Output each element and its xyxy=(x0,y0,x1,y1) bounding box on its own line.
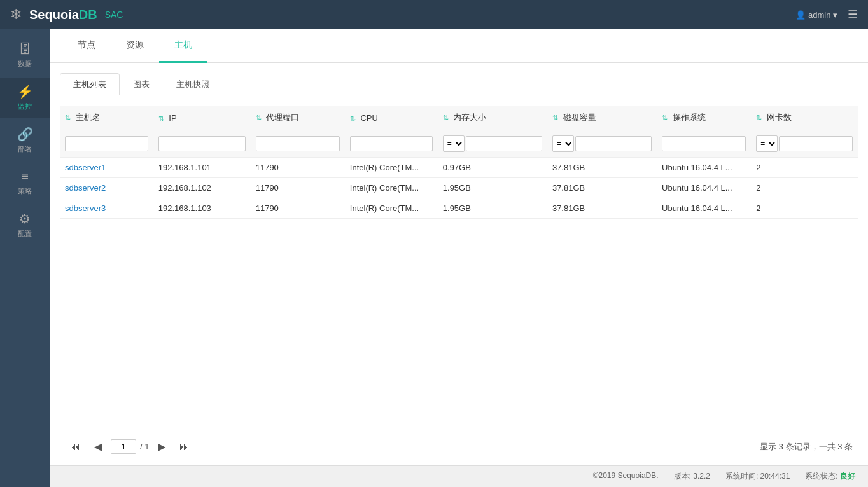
filter-cpu-input[interactable] xyxy=(350,136,433,151)
sidebar-item-data[interactable]: 🗄 数据 xyxy=(0,36,50,75)
col-header-os[interactable]: ⇅ 操作系统 xyxy=(657,106,751,130)
table-body: sdbserver1 192.168.1.101 11790 Intel(R) … xyxy=(60,158,858,219)
col-header-hostname[interactable]: ⇅ 主机名 xyxy=(60,106,153,130)
hamburger-icon[interactable]: ☰ xyxy=(848,8,858,22)
sidebar-label-config: 配置 xyxy=(18,229,32,238)
sidebar: 🗄 数据 ⚡ 监控 🔗 部署 ≡ 策略 ⚙ 配置 xyxy=(0,29,50,487)
sort-agent-icon: ⇅ xyxy=(256,114,262,121)
next-page-button[interactable]: ▶ xyxy=(153,438,171,455)
filter-hostname xyxy=(60,130,153,158)
col-label-os: 操作系统 xyxy=(673,113,706,122)
cell-cpu-2: Intel(R) Core(TM... xyxy=(345,198,438,219)
col-label-nic: 网卡数 xyxy=(767,113,792,122)
cell-ip-0: 192.168.1.101 xyxy=(153,158,251,178)
col-header-memory[interactable]: ⇅ 内存大小 xyxy=(438,106,547,130)
footer-status-label: 系统状态: xyxy=(805,472,837,481)
topbar: ❄ SequoiaDB SAC 👤 admin ▾ ☰ xyxy=(0,0,868,29)
col-label-disk: 磁盘容量 xyxy=(563,113,596,122)
sort-os-icon: ⇅ xyxy=(662,114,668,121)
filter-os-input[interactable] xyxy=(662,136,746,151)
prev-page-button[interactable]: ◀ xyxy=(89,438,107,455)
filter-memory-op[interactable]: =≠>< xyxy=(443,135,465,152)
data-icon: 🗄 xyxy=(18,42,31,57)
sort-memory-icon: ⇅ xyxy=(443,114,449,121)
logo-icon: ❄ xyxy=(10,6,22,23)
col-label-memory: 内存大小 xyxy=(453,113,486,122)
main-content: 节点 资源 主机 主机列表 图表 主机快照 ⇅ 主机名 xyxy=(50,29,868,487)
cell-hostname-2[interactable]: sdbserver3 xyxy=(60,198,153,219)
filter-cpu xyxy=(345,130,438,158)
page-tabs: 节点 资源 主机 xyxy=(50,29,868,63)
table-header-row: ⇅ 主机名 ⇅ IP ⇅ 代理端口 xyxy=(60,106,858,130)
cell-disk-2: 37.81GB xyxy=(547,198,657,219)
cell-os-0: Ubuntu 16.04.4 L... xyxy=(657,158,751,178)
col-header-ip[interactable]: ⇅ IP xyxy=(153,106,251,130)
filter-nic-op[interactable]: =≠>< xyxy=(756,135,778,152)
subtab-snapshot[interactable]: 主机快照 xyxy=(163,73,223,95)
monitor-icon: ⚡ xyxy=(17,84,33,99)
col-header-cpu[interactable]: ⇅ CPU xyxy=(345,106,438,130)
total-pages-label: / 1 xyxy=(140,442,149,451)
cell-nic-0: 2 xyxy=(751,158,858,178)
pagination-info: 显示 3 条记录，一共 3 条 xyxy=(760,441,853,453)
subtab-chart[interactable]: 图表 xyxy=(120,73,163,95)
filter-nic: =≠>< xyxy=(751,130,858,158)
sort-nic-icon: ⇅ xyxy=(756,114,762,121)
user-menu[interactable]: 👤 admin ▾ xyxy=(795,10,837,20)
cell-cpu-0: Intel(R) Core(TM... xyxy=(345,158,438,178)
sidebar-item-policy[interactable]: ≡ 策略 xyxy=(0,163,50,202)
footer: ©2019 SequoiaDB. 版本: 3.2.2 系统时间: 20:44:3… xyxy=(50,465,868,487)
filter-disk-value[interactable] xyxy=(575,136,652,151)
col-header-disk[interactable]: ⇅ 磁盘容量 xyxy=(547,106,657,130)
pagination: ⏮ ◀ / 1 ▶ ⏭ 显示 3 条记录，一共 3 条 xyxy=(60,430,858,455)
filter-ip-input[interactable] xyxy=(158,136,246,151)
content-area: 主机列表 图表 主机快照 ⇅ 主机名 ⇅ xyxy=(50,63,868,465)
sort-ip-icon: ⇅ xyxy=(158,114,164,122)
table-row: sdbserver2 192.168.1.102 11790 Intel(R) … xyxy=(60,178,858,198)
cell-nic-1: 2 xyxy=(751,178,858,198)
sort-disk-icon: ⇅ xyxy=(552,114,558,121)
filter-agent-input[interactable] xyxy=(256,136,340,151)
cell-agent-2: 11790 xyxy=(251,198,345,219)
tab-nodes[interactable]: 节点 xyxy=(62,29,111,63)
filter-memory-value[interactable] xyxy=(466,136,542,151)
cell-hostname-1[interactable]: sdbserver2 xyxy=(60,178,153,198)
filter-disk-op[interactable]: =≠>< xyxy=(552,135,574,152)
host-table: ⇅ 主机名 ⇅ IP ⇅ 代理端口 xyxy=(60,106,858,219)
cell-hostname-0[interactable]: sdbserver1 xyxy=(60,158,153,178)
footer-status-value: 良好 xyxy=(840,472,855,481)
tab-resources[interactable]: 资源 xyxy=(111,29,159,63)
filter-ip xyxy=(153,130,251,158)
sidebar-label-policy: 策略 xyxy=(18,186,32,196)
subtab-host-list[interactable]: 主机列表 xyxy=(60,73,120,95)
page-input[interactable] xyxy=(111,439,136,454)
tab-hosts[interactable]: 主机 xyxy=(159,29,207,63)
cell-memory-0: 0.97GB xyxy=(438,158,547,178)
sidebar-label-monitor: 监控 xyxy=(18,102,32,111)
cell-disk-0: 37.81GB xyxy=(547,158,657,178)
sidebar-item-config[interactable]: ⚙ 配置 xyxy=(0,205,50,245)
sidebar-item-monitor[interactable]: ⚡ 监控 xyxy=(0,78,50,118)
cell-cpu-1: Intel(R) Core(TM... xyxy=(345,178,438,198)
cell-agent-1: 11790 xyxy=(251,178,345,198)
cell-memory-2: 1.95GB xyxy=(438,198,547,219)
sidebar-item-deploy[interactable]: 🔗 部署 xyxy=(0,120,50,160)
col-header-nic[interactable]: ⇅ 网卡数 xyxy=(751,106,858,130)
filter-os xyxy=(657,130,751,158)
table-wrapper: ⇅ 主机名 ⇅ IP ⇅ 代理端口 xyxy=(60,106,858,425)
sub-tabs: 主机列表 图表 主机快照 xyxy=(60,73,858,95)
deploy-icon: 🔗 xyxy=(17,127,33,142)
last-page-button[interactable]: ⏭ xyxy=(174,439,195,455)
filter-nic-value[interactable] xyxy=(779,136,853,151)
app-name-db: DB xyxy=(79,8,97,22)
filter-row: =≠>< =≠>< xyxy=(60,130,858,158)
filter-hostname-input[interactable] xyxy=(65,136,148,151)
filter-agent-port xyxy=(251,130,345,158)
filter-disk: =≠>< xyxy=(547,130,657,158)
cell-memory-1: 1.95GB xyxy=(438,178,547,198)
filter-memory: =≠>< xyxy=(438,130,547,158)
col-header-agent-port[interactable]: ⇅ 代理端口 xyxy=(251,106,345,130)
cell-ip-2: 192.168.1.103 xyxy=(153,198,251,219)
first-page-button[interactable]: ⏮ xyxy=(65,439,85,455)
col-label-ip: IP xyxy=(169,113,176,123)
